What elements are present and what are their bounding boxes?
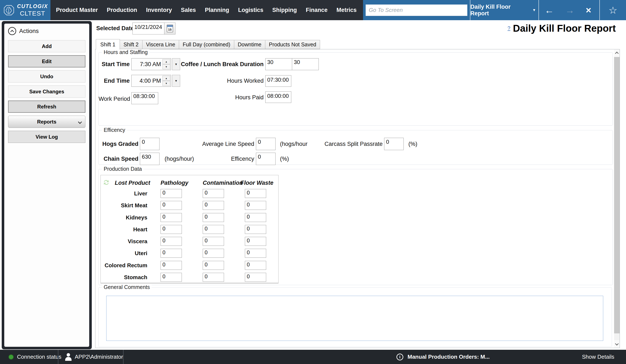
scrollbar-thumb[interactable] <box>614 57 620 333</box>
menu-planning[interactable]: Planning <box>200 7 234 13</box>
tab-products-not-saved[interactable]: Products Not Saved <box>265 40 320 49</box>
menu-logistics[interactable]: Logistics <box>234 7 268 13</box>
help-link[interactable]: ? <box>508 25 510 31</box>
chain-speed-input[interactable] <box>140 153 159 165</box>
tab-viscera-line[interactable]: Viscera Line <box>142 40 179 49</box>
statusbar-separator <box>123 350 123 364</box>
tab-shift-2[interactable]: Shift 2 <box>120 40 142 49</box>
colored-rectum-floor-waste-input[interactable] <box>245 261 266 270</box>
average-line-speed-label: Average Line Speed <box>190 138 254 150</box>
main-menu: Product Master Production Inventory Sale… <box>51 0 412 20</box>
menu-shipping[interactable]: Shipping <box>268 7 301 13</box>
brand-block: CUTLOGIX CLTEST <box>0 0 50 20</box>
stomach-pathology-input[interactable] <box>160 273 182 282</box>
vertical-scrollbar[interactable] <box>614 49 620 348</box>
tab-shift-1[interactable]: Shift 1 <box>96 39 120 50</box>
refresh-icon[interactable] <box>102 179 110 186</box>
go-to-screen-input[interactable] <box>366 4 467 16</box>
undo-button[interactable]: Undo <box>8 70 85 82</box>
skirt-meat-pathology-input[interactable] <box>160 201 182 210</box>
kidneys-contamination-input[interactable] <box>203 213 224 222</box>
connection-status-icon <box>8 354 14 360</box>
actions-button-list: Add Edit Undo Save Changes Refresh Repor… <box>8 40 85 143</box>
stomach-floor-waste-input[interactable] <box>245 273 266 282</box>
work-period-input[interactable] <box>131 92 158 104</box>
show-details-link[interactable]: Show Details <box>582 350 614 364</box>
screen-selector-dropdown[interactable]: Daily Kill Floor Report ▼ <box>470 0 536 20</box>
heart-contamination-input[interactable] <box>203 225 224 234</box>
report-tabs: Shift 1 Shift 2 Viscera Line Full Day (c… <box>96 39 320 49</box>
uteri-contamination-input[interactable] <box>203 249 224 258</box>
viscera-pathology-input[interactable] <box>160 237 182 246</box>
viscera-floor-waste-input[interactable] <box>245 237 266 246</box>
notification-message[interactable]: Manual Production Orders: M... <box>408 354 490 360</box>
hours-paid-label: Hours Paid <box>205 91 264 103</box>
hours-worked-input[interactable] <box>265 75 291 87</box>
refresh-button[interactable]: Refresh <box>8 100 85 113</box>
menu-finance[interactable]: Finance <box>301 7 332 13</box>
lunch-break-input[interactable] <box>292 58 319 70</box>
efficiency-input[interactable] <box>256 153 275 165</box>
current-user: APP2\Administrator <box>65 350 123 364</box>
menu-sales[interactable]: Sales <box>177 7 200 13</box>
end-time-label: End Time <box>99 75 130 87</box>
skirt-meat-floor-waste-input[interactable] <box>245 201 266 210</box>
start-time-control: 7:30 AM ▲ ▼ <box>131 58 171 70</box>
colored-rectum-pathology-input[interactable] <box>160 261 182 270</box>
hogs-graded-input[interactable] <box>140 138 159 150</box>
uteri-floor-waste-input[interactable] <box>245 249 266 258</box>
end-time-dropdown-button[interactable]: ▼ <box>172 75 180 87</box>
reports-dropdown-button[interactable]: Reports <box>8 116 85 128</box>
row-label-heart: Heart <box>101 225 147 234</box>
edit-button[interactable]: Edit <box>8 55 85 67</box>
liver-contamination-input[interactable] <box>203 189 224 198</box>
menu-inventory[interactable]: Inventory <box>142 7 177 13</box>
chain-speed-unit: (hogs/hour) <box>165 153 194 165</box>
liver-pathology-input[interactable] <box>160 189 182 198</box>
efficiency-unit: (%) <box>280 153 289 165</box>
menu-production[interactable]: Production <box>102 7 142 13</box>
heart-floor-waste-input[interactable] <box>245 225 266 234</box>
kidneys-pathology-input[interactable] <box>160 213 182 222</box>
save-changes-button[interactable]: Save Changes <box>8 85 85 98</box>
add-button[interactable]: Add <box>8 40 85 52</box>
menu-product-master[interactable]: Product Master <box>51 7 102 13</box>
spinner-up-icon[interactable]: ▲ <box>162 76 170 81</box>
general-comments-textarea[interactable] <box>106 296 603 341</box>
carcass-split-passrate-input[interactable] <box>384 138 404 150</box>
forward-icon[interactable]: → <box>565 5 575 15</box>
spinner-down-icon[interactable]: ▼ <box>162 81 170 86</box>
tab-downtime[interactable]: Downtime <box>234 40 265 49</box>
coffee-break-input[interactable] <box>265 58 292 70</box>
kidneys-floor-waste-input[interactable] <box>245 213 266 222</box>
chevron-down-icon <box>615 342 619 345</box>
viscera-contamination-input[interactable] <box>203 237 224 246</box>
colored-rectum-contamination-input[interactable] <box>203 261 224 270</box>
selected-date-label: Selected Date <box>96 25 134 32</box>
skirt-meat-contamination-input[interactable] <box>203 201 224 210</box>
scrollbar-up-button[interactable] <box>614 49 620 57</box>
average-line-speed-input[interactable] <box>256 138 275 150</box>
view-log-button[interactable]: View Log <box>8 131 85 143</box>
liver-floor-waste-input[interactable] <box>245 189 266 198</box>
menu-metrics[interactable]: Metrics <box>332 7 361 13</box>
brand-environment: CLTEST <box>20 10 45 17</box>
screen-selector-label: Daily Kill Floor Report <box>470 4 528 17</box>
start-time-value[interactable]: 7:30 AM <box>132 59 161 70</box>
collapse-chevron-up-icon[interactable] <box>8 27 16 35</box>
notification-area[interactable]: i Manual Production Orders: M... <box>396 350 490 364</box>
star-icon[interactable]: ☆ <box>609 5 617 15</box>
calendar-button[interactable]: 15 <box>164 23 175 34</box>
tab-full-day-combined[interactable]: Full Day (combined) <box>179 40 234 49</box>
end-time-value[interactable]: 4:00 PM <box>132 75 161 87</box>
back-icon[interactable]: ← <box>545 5 554 15</box>
heart-pathology-input[interactable] <box>160 225 182 234</box>
stomach-contamination-input[interactable] <box>203 273 224 282</box>
brand-name: CUTLOGIX <box>17 3 48 9</box>
close-icon[interactable]: × <box>586 5 591 15</box>
uteri-pathology-input[interactable] <box>160 249 182 258</box>
selected-date-input[interactable] <box>132 23 164 34</box>
hours-paid-input[interactable] <box>265 91 291 103</box>
scrollbar-down-button[interactable] <box>614 340 620 348</box>
header-right-zone: Daily Kill Floor Report ▼ ← → × ☆ <box>363 0 626 20</box>
